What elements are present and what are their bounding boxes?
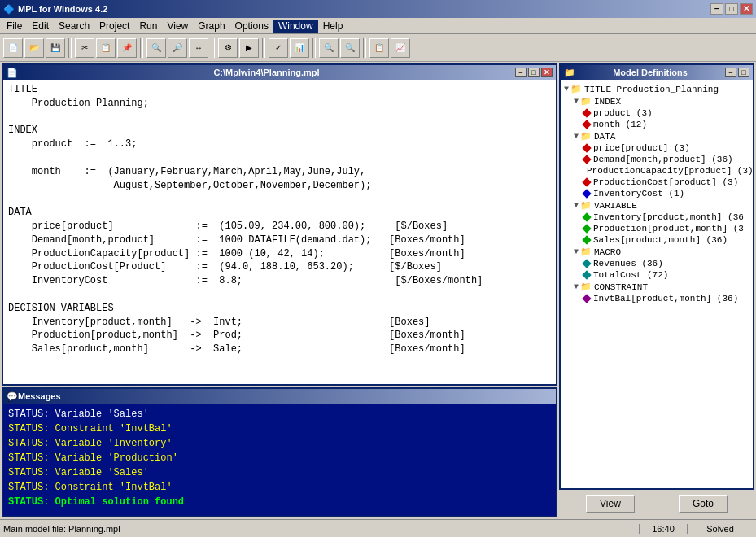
left-panel: 📄 C:\Mplwin4\Planning.mpl − □ ✕ TITLE Pr… (0, 62, 559, 519)
tb-save[interactable]: 💾 (46, 38, 65, 58)
goto-button[interactable]: Goto (679, 495, 728, 513)
editor-window: 📄 C:\Mplwin4\Planning.mpl − □ ✕ TITLE Pr… (2, 63, 557, 386)
tb-zoom-out[interactable]: 🔍 (340, 38, 360, 58)
tree-invtbal[interactable]: InvtBal[product,month] (36) (583, 293, 749, 304)
menu-project[interactable]: Project (94, 20, 134, 33)
tree-invtbal-label: InvtBal[product,month] (36) (593, 294, 738, 303)
tb-graph[interactable]: 📊 (290, 38, 309, 58)
status-main-text: Main model file: Planning.mpl (3, 524, 639, 534)
tree-variable-label: VARIABLE (594, 201, 637, 211)
editor-content[interactable]: TITLE Production_Planning; INDEX product… (3, 80, 556, 384)
tb-sep3 (212, 38, 215, 58)
tree-sales[interactable]: Sales[product,month] (36) (583, 234, 749, 246)
model-buttons: View Goto (559, 490, 754, 517)
model-def-maximize[interactable]: □ (738, 68, 749, 77)
tree-month[interactable]: month (12) (583, 119, 749, 130)
tb-find[interactable]: 🔍 (146, 38, 166, 58)
menu-window[interactable]: Window (273, 20, 318, 33)
tree-product[interactable]: product (3) (583, 107, 749, 119)
folder-icon-index: 📁 (580, 96, 592, 107)
menu-graph[interactable]: Graph (193, 20, 229, 33)
tree-prodcost[interactable]: ProductionCost[product] (3) (583, 177, 749, 188)
tree-product-label: product (3) (593, 108, 653, 118)
maximize-button[interactable]: □ (725, 3, 738, 15)
tb-sep1 (68, 38, 72, 58)
messages-content: STATUS: Variable 'Sales' STATUS: Constra… (3, 404, 556, 516)
menu-bar: File Edit Search Project Run View Graph … (0, 18, 756, 34)
editor-title-bar: 📄 C:\Mplwin4\Planning.mpl − □ ✕ (3, 65, 556, 80)
tree-revenues[interactable]: Revenues (36) (583, 258, 749, 269)
tree-data[interactable]: ▼ 📁 DATA (574, 130, 749, 142)
tb-copy[interactable]: 📋 (96, 38, 116, 58)
diamond-price (582, 143, 591, 152)
tree-data-label: DATA (594, 132, 615, 142)
status-solved: Solved (688, 524, 753, 534)
tree-variable[interactable]: ▼ 📁 VARIABLE (574, 199, 749, 212)
menu-file[interactable]: File (2, 20, 27, 33)
tree-production-label: Production[product,month] (3 (593, 224, 744, 234)
tree-index-label: INDEX (594, 97, 621, 107)
menu-search[interactable]: Search (54, 20, 94, 33)
tree-index[interactable]: ▼ 📁 INDEX (574, 95, 749, 107)
tb-results[interactable]: 📈 (391, 38, 410, 58)
msg-line-1: STATUS: Variable 'Sales' (8, 407, 551, 421)
tree-prodcap[interactable]: ProductionCapacity[product] (3) (583, 165, 749, 177)
tree-price-label: price[product] (3) (593, 143, 690, 153)
tb-paste[interactable]: 📌 (117, 38, 137, 58)
tb-find-next[interactable]: 🔎 (168, 38, 187, 58)
diamond-prodcost (582, 177, 591, 186)
diamond-demand (582, 155, 591, 164)
tb-run[interactable]: ▶ (239, 38, 259, 58)
menu-help[interactable]: Help (318, 20, 348, 33)
tb-model[interactable]: 📋 (369, 38, 389, 58)
menu-edit[interactable]: Edit (27, 20, 54, 33)
tb-check[interactable]: ✓ (269, 38, 288, 58)
model-def-minimize[interactable]: − (725, 68, 736, 77)
tree-macro[interactable]: ▼ 📁 MACRO (574, 246, 749, 258)
diamond-sales (582, 235, 591, 244)
tb-sep6 (363, 38, 366, 58)
model-definitions-window: 📁 Model Definitions − □ ▼ 📁 TITLE Produc… (559, 63, 754, 490)
tb-open[interactable]: 📂 (24, 38, 44, 58)
tree-demand[interactable]: Demand[month,product] (36) (583, 154, 749, 165)
main-area: 📄 C:\Mplwin4\Planning.mpl − □ ✕ TITLE Pr… (0, 62, 756, 519)
folder-icon-data: 📁 (580, 131, 592, 142)
diamond-product (582, 108, 591, 117)
tree-constraint[interactable]: ▼ 📁 CONSTRAINT (574, 281, 749, 293)
editor-close[interactable]: ✕ (541, 68, 553, 77)
tree-invcost[interactable]: InventoryCost (1) (583, 188, 749, 199)
tb-new[interactable]: 📄 (3, 38, 23, 58)
tree-sales-label: Sales[product,month] (36) (593, 235, 728, 245)
tb-sep2 (140, 38, 143, 58)
tree-totalcost[interactable]: TotalCost (72) (583, 269, 749, 281)
tree-inventory-label: Inventory[product,month] (36 (593, 212, 744, 222)
menu-options[interactable]: Options (230, 20, 273, 33)
tb-compile[interactable]: ⚙ (218, 38, 238, 58)
tree-totalcost-label: TotalCost (72) (593, 270, 668, 280)
expand-icon-data: ▼ (574, 132, 579, 141)
close-button[interactable]: ✕ (740, 3, 753, 15)
tree-production[interactable]: Production[product,month] (3 (583, 223, 749, 234)
editor-title: C:\Mplwin4\Planning.mpl (213, 68, 319, 77)
title-bar: 🔷 MPL for Windows 4.2 − □ ✕ (0, 0, 756, 18)
editor-maximize[interactable]: □ (528, 68, 540, 77)
msg-line-2: STATUS: Constraint 'InvtBal' (8, 421, 551, 436)
tb-cut[interactable]: ✂ (75, 38, 94, 58)
tb-zoom-in[interactable]: 🔍 (319, 38, 339, 58)
menu-run[interactable]: Run (134, 20, 162, 33)
editor-minimize[interactable]: − (515, 68, 527, 77)
editor-icon: 📄 (7, 68, 18, 78)
tree-price[interactable]: price[product] (3) (583, 142, 749, 154)
model-def-icon: 📁 (564, 68, 575, 78)
view-button[interactable]: View (586, 495, 635, 513)
tree-constraint-label: CONSTRAINT (594, 282, 648, 292)
tree-inventory[interactable]: Inventory[product,month] (36 (583, 212, 749, 223)
tree-month-label: month (12) (593, 120, 647, 129)
messages-panel: 💬 Messages STATUS: Variable 'Sales' STAT… (2, 387, 557, 517)
tb-sep5 (312, 38, 316, 58)
tb-replace[interactable]: ↔ (189, 38, 208, 58)
menu-view[interactable]: View (162, 20, 193, 33)
diamond-invcost (582, 189, 591, 198)
minimize-button[interactable]: − (710, 3, 723, 15)
tree-title[interactable]: ▼ 📁 TITLE Production_Planning (564, 83, 749, 95)
